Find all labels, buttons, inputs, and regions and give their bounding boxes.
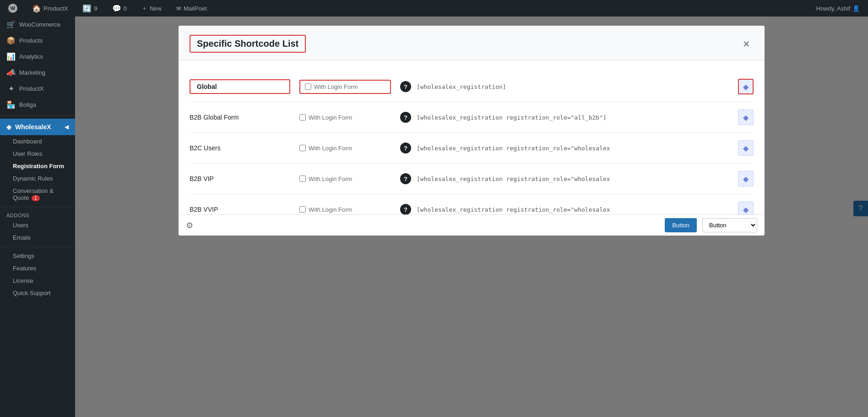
sidebar-item-woocommerce[interactable]: 🛒 WooCommerce [0,16,75,33]
copy-button-global[interactable]: ◆ [738,79,754,94]
site-name-item[interactable]: 🏠 ProductX [28,0,71,16]
sidebar-item-botiga[interactable]: 🏪 Botiga [0,97,75,113]
admin-bar-right: Howdy, Ashif 👤 [813,0,863,16]
conversation-quote-badge: 1 [32,195,40,201]
copy-button-b2c[interactable]: ◆ [738,140,754,156]
user-roles-label: User Roles [13,150,42,157]
wholesalex-header: ◈ WholesaleX ◀ [0,119,75,135]
wholesalex-label: WholesaleX [15,123,51,131]
sidebar-sub-license[interactable]: License [0,274,75,287]
sidebar-sub-quick-support[interactable]: Quick Support [0,287,75,299]
bottom-select[interactable]: Button [702,218,757,232]
productx-icon: ✦ [6,84,16,93]
copy-icon-b2b-global: ◆ [743,113,749,122]
sidebar-sub-user-roles[interactable]: User Roles [0,148,75,160]
products-icon: 📦 [6,36,16,45]
help-icon-global[interactable]: ? [400,81,411,92]
wholesalex-toggle[interactable]: ◀ [65,124,69,130]
modal-overlay[interactable]: Specific Shortcode List ✕ Global With Lo… [75,16,868,417]
comments-icon: 💬 [112,4,121,13]
shortcode-right-b2b-global: ? [wholesalex_registration registration_… [400,110,754,125]
with-login-form-label-b2b-global: With Login Form [309,114,352,121]
comments-item[interactable]: 💬 0 [108,0,130,16]
home-icon: 🏠 [32,4,41,13]
with-login-form-b2b-vvip[interactable]: With Login Form [299,206,391,213]
help-icon-b2c[interactable]: ? [400,143,411,154]
sidebar-sub-users[interactable]: Users [0,219,75,231]
greeting-text: Howdy, Ashif [816,5,850,12]
sidebar-sub-conversation-quote[interactable]: Conversation & Quote 1 [0,185,75,204]
sidebar-item-products[interactable]: 📦 Products [0,33,75,49]
with-login-form-b2b-vip[interactable]: With Login Form [299,176,391,182]
shortcode-name-b2b-global: B2B Global Form [190,114,290,121]
sidebar: 🛒 WooCommerce 📦 Products 📊 Analytics 📣 M… [0,16,75,417]
emails-label: Emails [13,234,31,241]
wp-logo-item[interactable]: W [5,0,21,16]
shortcode-value-b2b-vip: [wholesalex_registration registration_ro… [417,176,732,182]
howdy-item[interactable]: Howdy, Ashif 👤 [813,0,863,16]
wholesalex-icon: ◈ [6,123,11,131]
with-login-form-global[interactable]: With Login Form [299,80,391,94]
sidebar-item-marketing[interactable]: 📣 Marketing [0,65,75,81]
copy-button-b2b-global[interactable]: ◆ [738,110,754,125]
copy-icon-b2b-vip: ◆ [743,175,749,183]
new-label: New [150,5,162,12]
shortcode-value-b2b-vvip: [wholesalex_registration registration_ro… [417,206,732,213]
mailpoet-item[interactable]: ✉ MailPoet [173,0,211,16]
with-login-form-b2c[interactable]: With Login Form [299,145,391,152]
sidebar-divider [0,115,75,116]
settings-label: Settings [13,252,34,259]
sidebar-sub-dashboard[interactable]: Dashboard [0,135,75,148]
sidebar-sub-registration-form[interactable]: Registration Form [0,160,75,172]
sidebar-item-analytics[interactable]: 📊 Analytics [0,49,75,65]
login-form-checkbox-global[interactable] [305,83,311,90]
updates-count: 9 [94,5,97,12]
dynamic-rules-label: Dynamic Rules [13,175,53,182]
shortcode-name-b2b-vvip: B2B VVIP [190,206,290,213]
sidebar-sub-features[interactable]: Features [0,262,75,274]
sidebar-sub-emails[interactable]: Emails [0,231,75,244]
modal-header: Specific Shortcode List ✕ [179,26,765,60]
sidebar-sub-settings[interactable]: Settings [0,250,75,262]
copy-icon-b2b-vvip: ◆ [743,205,749,214]
sidebar-label-botiga: Botiga [19,101,36,108]
shortcode-row-global: Global With Login Form ? [wholesalex_reg… [190,71,754,102]
login-form-checkbox-b2b-vip[interactable] [299,176,306,182]
woocommerce-icon: 🛒 [6,20,16,29]
sidebar-label-analytics: Analytics [19,53,43,60]
sidebar-label-products: Products [19,37,43,44]
admin-bar-left: W 🏠 ProductX 🔄 9 💬 0 ＋ New ✉ MailPoet [5,0,211,16]
mailpoet-icon: ✉ [176,5,181,12]
shortcode-name-global: Global [190,79,290,94]
help-icon-b2b-vvip[interactable]: ? [400,204,411,215]
login-form-checkbox-b2c[interactable] [299,145,306,151]
modal-body: Global With Login Form ? [wholesalex_reg… [179,60,765,236]
with-login-form-label-b2c: With Login Form [309,145,352,152]
with-login-form-b2b-global[interactable]: With Login Form [299,114,391,121]
bottom-button[interactable]: Button [665,218,697,232]
shortcode-modal: Specific Shortcode List ✕ Global With Lo… [179,26,765,236]
admin-bar: W 🏠 ProductX 🔄 9 💬 0 ＋ New ✉ MailPoet Ho… [0,0,868,16]
shortcode-value-b2c: [wholesalex_registration registration_ro… [417,145,732,152]
shortcode-row-b2c: B2C Users With Login Form ? [wholesalex_… [190,133,754,164]
features-label: Features [13,265,36,272]
mailpoet-label: MailPoet [184,5,207,12]
sidebar-divider-3 [0,247,75,247]
quick-support-label: Quick Support [13,290,50,296]
gear-icon: ⚙ [186,220,193,230]
help-icon-b2b-vip[interactable]: ? [400,173,411,184]
sidebar-item-productx[interactable]: ✦ ProductX [0,81,75,97]
help-icon-b2b-global[interactable]: ? [400,112,411,123]
updates-item[interactable]: 🔄 9 [79,0,101,16]
sidebar-label-woocommerce: WooCommerce [19,21,60,28]
copy-button-b2b-vip[interactable]: ◆ [738,171,754,187]
modal-title: Specific Shortcode List [190,35,306,53]
shortcode-name-b2c: B2C Users [190,144,290,152]
login-form-checkbox-b2b-vvip[interactable] [299,206,306,213]
modal-close-button[interactable]: ✕ [739,37,754,51]
sidebar-sub-dynamic-rules[interactable]: Dynamic Rules [0,172,75,185]
sidebar-label-productx: ProductX [19,85,43,92]
new-item[interactable]: ＋ New [138,0,165,16]
login-form-checkbox-b2b-global[interactable] [299,114,306,121]
copy-icon-b2c: ◆ [743,144,749,153]
